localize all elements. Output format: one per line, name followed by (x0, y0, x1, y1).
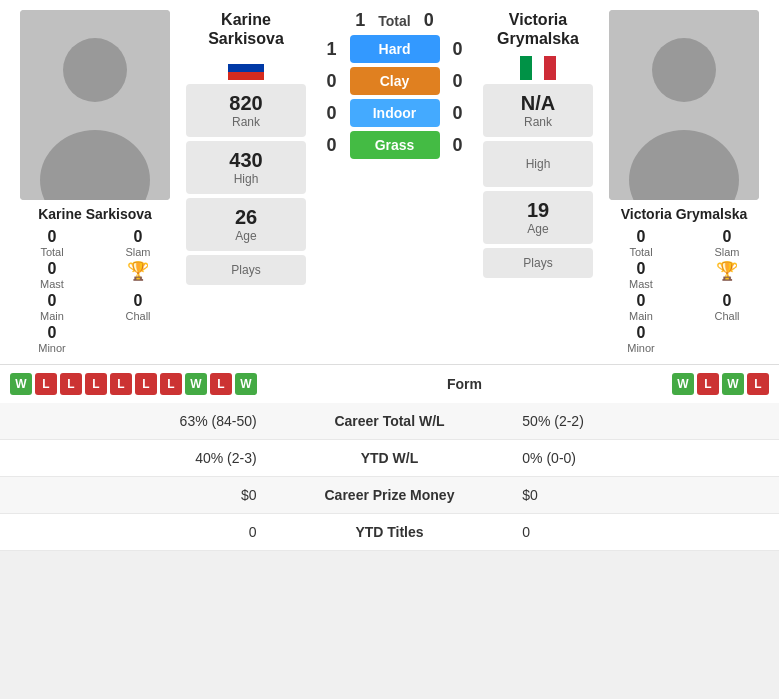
players-section: Karine Sarkisova 0 Total 0 Slam 0 Mast 🏆 (0, 0, 779, 364)
player2-slam-cell: 0 Slam (685, 228, 769, 258)
indoor-left: 0 (322, 103, 342, 124)
player2-chall-label: Chall (714, 310, 739, 322)
svg-rect-7 (532, 56, 544, 80)
player1-total-cell: 0 Total (10, 228, 94, 258)
form-section: WLLLLLLWLW Form WLWL (0, 364, 779, 403)
svg-rect-4 (228, 64, 264, 72)
grass-surface: Grass (350, 131, 440, 159)
stat-left-3: 0 (0, 514, 273, 551)
player2-stats: 0 Total 0 Slam 0 Mast 🏆 0 Main (599, 228, 769, 354)
player2-avatar (609, 10, 759, 200)
player1-center-panel: Karine Sarkisova 820 Rank 430 High (186, 10, 306, 354)
player2-minor-value: 0 (637, 324, 646, 342)
hard-right: 0 (448, 39, 468, 60)
player2-center-panel: Victoria Grymalska N/A Rank High (483, 10, 593, 354)
player2-card: Victoria Grymalska 0 Total 0 Slam 0 Mast… (599, 10, 769, 354)
player2-rank-value: N/A (495, 92, 581, 115)
form-row: WLLLLLLWLW Form WLWL (10, 373, 769, 395)
form-badge: L (110, 373, 132, 395)
player1-age-label: Age (198, 229, 294, 243)
player1-high-box: 430 High (186, 141, 306, 194)
player1-slam-cell: 0 Slam (96, 228, 180, 258)
player2-slam-label: Slam (714, 246, 739, 258)
player1-mast-label: Mast (40, 278, 64, 290)
form-badge: L (747, 373, 769, 395)
grass-row: 0 Grass 0 (312, 131, 477, 159)
player1-main-cell: 0 Main (10, 292, 94, 322)
player1-chall-cell: 0 Chall (96, 292, 180, 322)
grass-right: 0 (448, 135, 468, 156)
player1-mast-cell: 0 Mast (10, 260, 94, 290)
player1-chall-value: 0 (134, 292, 143, 310)
svg-rect-5 (228, 72, 264, 80)
player1-trophy-icon: 🏆 (127, 260, 149, 282)
svg-point-10 (652, 38, 716, 102)
player2-name: Victoria Grymalska (621, 206, 748, 222)
total-left: 1 (350, 10, 370, 31)
player1-trophy: 🏆 (96, 260, 180, 290)
player1-title-line1: Karine (221, 10, 271, 29)
player1-flag (228, 56, 264, 80)
player2-title-line1: Victoria (509, 10, 567, 29)
stat-label-2: Career Prize Money (273, 477, 507, 514)
form-badge: W (672, 373, 694, 395)
player1-age-box: 26 Age (186, 198, 306, 251)
player1-slam-label: Slam (125, 246, 150, 258)
player2-high-value: High (495, 157, 581, 171)
player1-name: Karine Sarkisova (38, 206, 152, 222)
stat-label-3: YTD Titles (273, 514, 507, 551)
svg-rect-3 (228, 56, 264, 64)
player2-flag (520, 56, 556, 80)
total-label: Total (378, 13, 410, 29)
svg-point-1 (63, 38, 127, 102)
svg-rect-8 (544, 56, 556, 80)
stat-label-0: Career Total W/L (273, 403, 507, 440)
player1-rank-box: 820 Rank (186, 84, 306, 137)
player2-minor-label: Minor (627, 342, 655, 354)
clay-right: 0 (448, 71, 468, 92)
player2-age-label: Age (495, 222, 581, 236)
player1-slam-value: 0 (134, 228, 143, 246)
stat-right-3: 0 (506, 514, 779, 551)
player2-main-value: 0 (637, 292, 646, 310)
player1-stats: 0 Total 0 Slam 0 Mast 🏆 0 Main (10, 228, 180, 354)
form-badge: W (185, 373, 207, 395)
player1-high-value: 430 (198, 149, 294, 172)
player1-minor-label: Minor (38, 342, 66, 354)
player2-age-box: 19 Age (483, 191, 593, 244)
stats-row: 63% (84-50) Career Total W/L 50% (2-2) (0, 403, 779, 440)
form-badge: L (160, 373, 182, 395)
player1-plays-box: Plays (186, 255, 306, 285)
total-right: 0 (419, 10, 439, 31)
player1-minor-value: 0 (48, 324, 57, 342)
grass-left: 0 (322, 135, 342, 156)
player1-high-label: High (198, 172, 294, 186)
form-badge: L (35, 373, 57, 395)
indoor-row: 0 Indoor 0 (312, 99, 477, 127)
clay-surface: Clay (350, 67, 440, 95)
form-badge: W (722, 373, 744, 395)
player2-header: Victoria Grymalska (497, 10, 579, 48)
player2-title-line2: Grymalska (497, 29, 579, 48)
form-badge: L (135, 373, 157, 395)
stats-row: 0 YTD Titles 0 (0, 514, 779, 551)
player2-chall-cell: 0 Chall (685, 292, 769, 322)
svg-rect-6 (520, 56, 532, 80)
player2-mast-label: Mast (629, 278, 653, 290)
player2-slam-value: 0 (723, 228, 732, 246)
player1-rank-label: Rank (198, 115, 294, 129)
indoor-right: 0 (448, 103, 468, 124)
indoor-surface: Indoor (350, 99, 440, 127)
stat-left-0: 63% (84-50) (0, 403, 273, 440)
player1-title-line2: Sarkisova (208, 29, 284, 48)
form-badge: L (60, 373, 82, 395)
form-title: Form (447, 376, 482, 392)
player2-mast-value: 0 (637, 260, 646, 278)
player1-header: Karine Sarkisova (208, 10, 284, 48)
player2-high-box: High (483, 141, 593, 187)
player2-main-cell: 0 Main (599, 292, 683, 322)
player1-avatar (20, 10, 170, 200)
hard-left: 1 (322, 39, 342, 60)
player2-total-label: Total (629, 246, 652, 258)
player1-total-value: 0 (48, 228, 57, 246)
